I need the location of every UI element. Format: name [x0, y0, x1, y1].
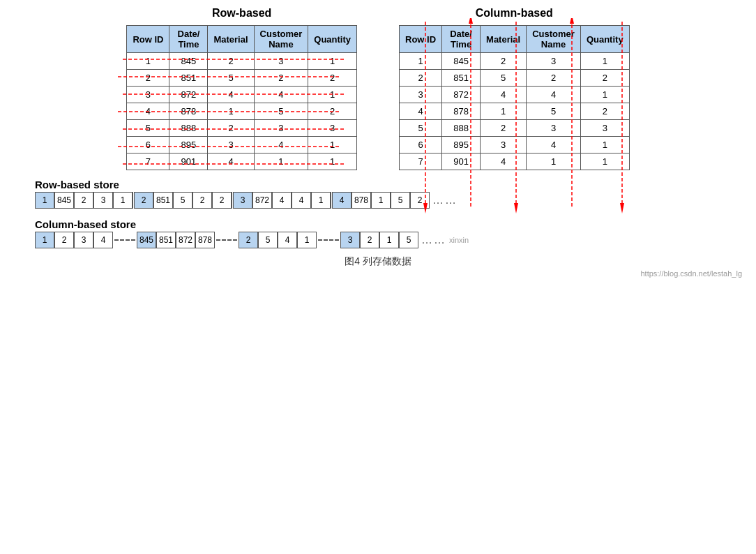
- row-store-cell: 2: [410, 192, 430, 209]
- rb-cell-2-4: 1: [308, 87, 357, 103]
- row-store-cell: 1: [371, 192, 391, 209]
- col-store-cell: 4: [278, 232, 297, 248]
- cb-cell-0-2: 2: [481, 53, 527, 70]
- col-store-cell: 1: [297, 232, 317, 248]
- cb-cell-3-2: 1: [481, 103, 527, 120]
- rb-cell-1-2: 5: [208, 70, 254, 87]
- rb-cell-5-0: 6: [127, 137, 169, 154]
- cb-cell-0-3: 3: [527, 53, 581, 70]
- cb-header-1: Date/Time: [442, 26, 481, 53]
- rb-cell-4-4: 3: [308, 120, 357, 137]
- col-store-cell: 872: [176, 232, 195, 248]
- row-store-block: Row-based store 184523128515223872441487…: [35, 179, 458, 209]
- col-store-title: Column-based store: [35, 218, 469, 230]
- rb-cell-4-3: 3: [254, 120, 308, 137]
- col-store-cell: 878: [195, 232, 215, 248]
- row-store-cell: 872: [252, 192, 272, 209]
- col-store-cell: 5: [258, 232, 278, 248]
- row-store-cell: 2: [74, 192, 93, 209]
- cb-cell-4-2: 2: [481, 120, 527, 137]
- column-based-block: Column-based Row ID Date/Time Material C…: [399, 7, 630, 170]
- col-store-gap: [114, 239, 135, 241]
- cb-cell-3-1: 878: [442, 103, 481, 120]
- cb-header-2: Material: [481, 26, 527, 53]
- rb-cell-5-3: 4: [254, 137, 308, 154]
- svg-marker-17: [469, 18, 473, 24]
- rb-cell-1-4: 2: [308, 70, 357, 87]
- cb-cell-4-4: 3: [580, 120, 629, 137]
- col-store-cell: 3: [74, 232, 93, 248]
- cb-cell-4-1: 888: [442, 120, 481, 137]
- cb-cell-1-4: 2: [580, 70, 629, 87]
- rb-cell-3-0: 4: [127, 103, 169, 120]
- rb-cell-2-3: 4: [254, 87, 308, 103]
- rb-cell-0-4: 1: [308, 53, 357, 70]
- cb-cell-1-2: 5: [481, 70, 527, 87]
- rb-cell-4-0: 5: [127, 120, 169, 137]
- row-store-cell: 1: [35, 192, 54, 209]
- rb-cell-6-2: 4: [208, 154, 254, 170]
- row-store-row: 1845231285152238724414878152……: [35, 192, 458, 209]
- row-based-container: Row ID Date/Time Material CustomerName Q…: [126, 25, 357, 170]
- rb-cell-1-0: 2: [127, 70, 169, 87]
- row-based-block: Row-based Row ID Date/Time Material Cust…: [126, 7, 357, 170]
- cb-cell-6-4: 1: [580, 154, 629, 170]
- col-store-row: 123484585187287825413215……xinxin: [35, 232, 469, 248]
- cb-header-3: CustomerName: [527, 26, 581, 53]
- column-based-container: Row ID Date/Time Material CustomerName Q…: [399, 25, 630, 170]
- row-store-cell: 2: [212, 192, 232, 209]
- cb-cell-1-0: 2: [400, 70, 442, 87]
- col-store-block: Column-based store 123484585187287825413…: [35, 218, 469, 248]
- col-store-cell: 3: [340, 232, 360, 248]
- row-store-cell: 2: [192, 192, 212, 209]
- row-store-dots: ……: [432, 194, 458, 207]
- rb-cell-3-3: 5: [254, 103, 308, 120]
- rb-header-0: Row ID: [127, 26, 169, 53]
- row-store-title: Row-based store: [35, 179, 458, 190]
- row-store-cell: 3: [233, 192, 252, 209]
- rb-cell-4-2: 2: [208, 120, 254, 137]
- col-store-cell: 1: [35, 232, 54, 248]
- rb-cell-3-4: 2: [308, 103, 357, 120]
- cb-cell-2-4: 1: [580, 87, 629, 103]
- row-store-cell: 4: [272, 192, 292, 209]
- column-based-title: Column-based: [476, 7, 553, 20]
- rb-cell-4-1: 888: [169, 120, 208, 137]
- rb-cell-3-1: 878: [169, 103, 208, 120]
- rb-cell-6-4: 1: [308, 154, 357, 170]
- row-store-cell: 5: [391, 192, 410, 209]
- cb-cell-2-0: 3: [400, 87, 442, 103]
- cb-cell-3-0: 4: [400, 103, 442, 120]
- col-store-cell: 2: [360, 232, 379, 248]
- col-store-cell: 2: [54, 232, 74, 248]
- col-store-cell: 1: [379, 232, 399, 248]
- cb-cell-5-1: 895: [442, 137, 481, 154]
- rb-cell-2-0: 3: [127, 87, 169, 103]
- rb-cell-0-3: 3: [254, 53, 308, 70]
- rb-cell-6-3: 1: [254, 154, 308, 170]
- row-store-cell: 845: [54, 192, 74, 209]
- cb-cell-3-3: 5: [527, 103, 581, 120]
- col-store-cell: 5: [399, 232, 418, 248]
- col-store-watermark: xinxin: [449, 236, 469, 244]
- rb-cell-6-0: 7: [127, 154, 169, 170]
- cb-cell-1-3: 2: [527, 70, 581, 87]
- cb-cell-4-0: 5: [400, 120, 442, 137]
- cb-cell-3-4: 2: [580, 103, 629, 120]
- cb-cell-5-4: 1: [580, 137, 629, 154]
- top-section: Row-based Row ID Date/Time Material Cust…: [14, 7, 742, 170]
- cb-cell-0-4: 1: [580, 53, 629, 70]
- row-based-title: Row-based: [212, 7, 271, 20]
- row-store-cell: 2: [134, 192, 153, 209]
- cb-cell-2-1: 872: [442, 87, 481, 103]
- cb-header-4: Quantity: [580, 26, 629, 53]
- rb-header-2: Material: [208, 26, 254, 53]
- col-store-dots: ……: [421, 234, 446, 246]
- cb-cell-0-1: 845: [442, 53, 481, 70]
- cb-cell-1-1: 851: [442, 70, 481, 87]
- col-store-gap: [216, 239, 237, 241]
- rb-cell-0-2: 2: [208, 53, 254, 70]
- row-store-cell: 878: [351, 192, 371, 209]
- col-store-gap: [318, 239, 339, 241]
- cb-header-0: Row ID: [400, 26, 442, 53]
